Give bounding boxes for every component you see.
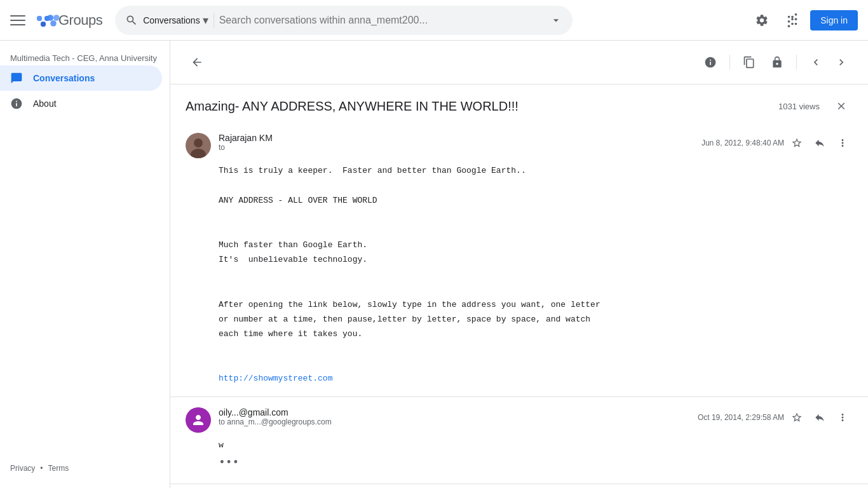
gear-icon (755, 13, 769, 27)
showmystreet-link[interactable]: http://showmystreet.com (219, 374, 332, 383)
search-divider (214, 13, 214, 28)
next-thread-button[interactable] (830, 51, 853, 74)
message-sender: oily...@gmail.com (219, 407, 690, 417)
logo-area: Groups (33, 10, 102, 30)
group-name: Multimedia Tech - CEG, Anna University (0, 46, 170, 65)
message-time: Oct 19, 2014, 2:29:58 AM (698, 413, 784, 422)
sidebar-item-about-label: About (33, 98, 57, 109)
message-time: Jun 8, 2012, 9:48:40 AM (702, 139, 784, 147)
hamburger-menu-button[interactable] (10, 13, 25, 28)
sidebar-top: Multimedia Tech - CEG, Anna University C… (0, 46, 170, 116)
star-button-msg1[interactable] (787, 133, 807, 153)
privacy-link[interactable]: Privacy (10, 464, 35, 473)
thread-title-bar: Amazing- ANY ADDRESS, ANYWHERE IN THE WO… (170, 85, 868, 123)
avatar-placeholder-icon (191, 412, 206, 428)
topbar-actions: Sign in (749, 8, 858, 33)
google-apps-button[interactable] (780, 8, 805, 33)
settings-button[interactable] (749, 8, 775, 33)
copy-icon (743, 56, 756, 69)
info-icon (10, 97, 23, 110)
reply-icon (814, 412, 825, 423)
sidebar: Multimedia Tech - CEG, Anna University C… (0, 41, 170, 488)
logo-text: Groups (58, 12, 102, 29)
toolbar-nav (804, 51, 853, 74)
back-arrow-icon (191, 56, 203, 69)
sign-in-button[interactable]: Sign in (810, 10, 858, 30)
info-button[interactable] (699, 51, 722, 74)
message-body-msg1: This is truly a keeper. Faster and bette… (186, 163, 853, 386)
views-count: 1031 views (778, 102, 820, 111)
main-content: Amazing- ANY ADDRESS, ANYWHERE IN THE WO… (170, 41, 868, 488)
close-icon (836, 100, 847, 112)
thread-toolbar-right (699, 51, 853, 74)
search-scope-label: Conversations (143, 15, 200, 25)
back-button[interactable] (186, 51, 208, 74)
more-button-msg1[interactable] (832, 133, 853, 153)
search-icon (125, 14, 138, 27)
message-body-msg2: w ••• (186, 438, 853, 473)
chat-icon (10, 72, 23, 85)
message-header: Rajarajan KM to Jun 8, 2012, 9:48:40 AM (186, 133, 853, 158)
search-bar: Conversations ▾ (115, 6, 573, 35)
footer-separator: • (40, 464, 43, 473)
svg-point-11 (194, 139, 203, 147)
sidebar-footer: Privacy • Terms (0, 454, 170, 483)
message-item: Rajarajan KM to Jun 8, 2012, 9:48:40 AM (170, 123, 868, 397)
close-thread-button[interactable] (830, 95, 853, 118)
svg-point-7 (47, 15, 53, 21)
lock-icon (771, 56, 783, 69)
svg-point-8 (53, 15, 60, 21)
svg-point-9 (50, 20, 57, 27)
prev-thread-button[interactable] (804, 51, 827, 74)
toolbar-divider-1 (729, 55, 730, 70)
reply-icon (814, 137, 825, 149)
lock-button[interactable] (766, 51, 789, 74)
message-to: to (219, 143, 694, 152)
avatar (186, 407, 211, 433)
topbar: Groups Conversations ▾ Sign in (0, 0, 868, 41)
avatar-image (186, 133, 211, 158)
star-button-msg2[interactable] (787, 407, 807, 428)
svg-point-4 (37, 16, 42, 21)
thread-toolbar (170, 41, 868, 85)
avatar (186, 133, 211, 158)
info-circle-icon (704, 56, 717, 69)
groups-logo-icon (43, 10, 64, 30)
more-vert-icon (837, 137, 848, 149)
toolbar-divider-2 (796, 55, 797, 70)
reply-button-msg2[interactable] (810, 407, 830, 428)
sidebar-item-about[interactable]: About (0, 91, 162, 116)
message-actions: Jun 8, 2012, 9:48:40 AM (702, 133, 853, 153)
sidebar-item-conversations-label: Conversations (33, 73, 95, 83)
chevron-right-icon (835, 56, 848, 69)
star-icon (791, 412, 803, 423)
search-dropdown-arrow-icon[interactable] (550, 14, 562, 27)
message-actions: Oct 19, 2014, 2:29:58 AM (698, 407, 853, 428)
grid-icon (785, 13, 799, 27)
main-layout: Multimedia Tech - CEG, Anna University C… (0, 41, 868, 488)
star-icon (791, 137, 803, 149)
terms-link[interactable]: Terms (48, 464, 69, 473)
search-scope-dropdown[interactable]: Conversations ▾ (143, 13, 208, 27)
message-sender: Rajarajan KM (219, 133, 694, 143)
more-button-msg2[interactable] (832, 407, 853, 428)
sidebar-item-conversations[interactable]: Conversations (0, 65, 162, 91)
message-header: oily...@gmail.com to anna_m...@googlegro… (186, 407, 853, 433)
message-item: oily...@gmail.com to anna_m...@googlegro… (170, 397, 868, 484)
copy-button[interactable] (738, 51, 761, 74)
message-to: to anna_m...@googlegroups.com (219, 417, 690, 426)
reply-button-msg1[interactable] (810, 133, 830, 153)
thread-title: Amazing- ANY ADDRESS, ANYWHERE IN THE WO… (186, 99, 768, 114)
message-meta: Rajarajan KM to (219, 133, 694, 152)
message-meta: oily...@gmail.com to anna_m...@googlegro… (219, 407, 690, 426)
chevron-down-icon: ▾ (203, 13, 208, 27)
messages-list: Rajarajan KM to Jun 8, 2012, 9:48:40 AM (170, 123, 868, 488)
more-vert-icon (837, 412, 848, 423)
message-ellipsis: ••• (219, 456, 239, 469)
search-input[interactable] (219, 15, 545, 26)
chevron-left-icon (810, 56, 822, 69)
